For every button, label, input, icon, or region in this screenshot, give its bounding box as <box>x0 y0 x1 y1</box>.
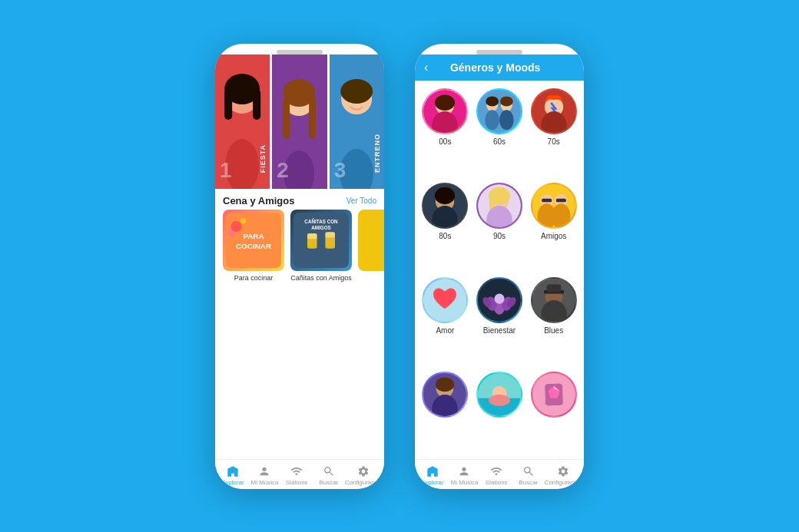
nav-config-1[interactable]: Configuración <box>345 464 383 486</box>
nav-stations-1[interactable]: Stations <box>280 464 313 486</box>
svg-rect-10 <box>283 97 290 139</box>
hero-card-1[interactable]: 1 FIESTA <box>215 55 270 189</box>
genre-item-bienestar[interactable]: Bienestar <box>476 277 524 365</box>
svg-point-40 <box>500 96 513 106</box>
genre-item-60s[interactable]: 60s <box>476 88 524 177</box>
svg-rect-25 <box>307 233 317 239</box>
playlist-name-canitas: Cañitas con Amigos <box>290 274 352 282</box>
config-label-2: Configuración <box>545 479 582 486</box>
genre-avatar-60s <box>476 88 522 134</box>
playlist-card-partial[interactable]: Ca <box>358 210 384 282</box>
svg-point-32 <box>435 94 455 111</box>
genre-avatar-amigos <box>531 183 577 229</box>
genre-item-blues[interactable]: Blues <box>529 277 578 365</box>
nav-explorar-2[interactable]: Explorar <box>416 464 449 486</box>
genre-label-00s: 00s <box>439 137 451 146</box>
svg-text:PARA: PARA <box>243 232 264 240</box>
genre-item-70s[interactable]: 70s <box>529 88 578 177</box>
svg-point-36 <box>485 110 499 130</box>
genres-header: ‹ Géneros y Moods <box>415 55 584 81</box>
svg-text:CAÑITAS CON: CAÑITAS CON <box>304 218 338 224</box>
svg-rect-5 <box>253 89 260 120</box>
explorar-icon-1 <box>226 464 240 478</box>
svg-point-39 <box>486 96 499 106</box>
genre-avatar-more1 <box>422 372 468 418</box>
nav-mimusica-2[interactable]: Mi Música <box>449 464 481 486</box>
svg-point-38 <box>499 110 514 130</box>
cena-section-title: Cena y Amigos <box>223 195 294 207</box>
genres-title: Géneros y Moods <box>434 61 556 74</box>
buscar-icon-2 <box>522 464 535 478</box>
config-icon-2 <box>556 464 570 478</box>
playlist-card-cocinar[interactable]: PARA COCINAR Para cocinar <box>223 210 284 282</box>
genre-item-80s[interactable]: 80s <box>421 183 469 271</box>
ver-todo-link[interactable]: Ver Todo <box>346 197 376 205</box>
genre-item-00s[interactable]: 00s <box>421 88 469 177</box>
phone-2: ‹ Géneros y Moods 00s <box>415 44 584 489</box>
mimusica-icon-1 <box>257 464 271 478</box>
genre-label-blues: Blues <box>544 326 563 335</box>
playlist-thumb-partial <box>358 210 384 271</box>
svg-point-75 <box>436 377 454 392</box>
genre-avatar-00s <box>422 88 468 134</box>
genre-item-amor[interactable]: Amor <box>421 277 469 365</box>
nav-explorar-1[interactable]: Explorar <box>217 464 249 486</box>
stations-icon-2 <box>489 464 503 478</box>
hero-card-2-number: 2 <box>277 160 289 181</box>
mimusica-label-2: Mi Música <box>450 479 478 486</box>
buscar-icon-1 <box>322 464 336 478</box>
genre-item-amigos[interactable]: Amigos <box>529 183 578 271</box>
mimusica-label-1: Mi Música <box>250 479 278 486</box>
cena-section-header: Cena y Amigos Ver Todo <box>215 189 384 210</box>
svg-point-15 <box>340 79 373 104</box>
nav-stations-2[interactable]: Stations <box>480 464 512 486</box>
phone2-content: ‹ Géneros y Moods 00s <box>415 55 584 489</box>
genres-grid: 00s 60s <box>415 81 584 459</box>
svg-rect-71 <box>546 284 561 292</box>
genre-label-80s: 80s <box>439 232 451 240</box>
svg-rect-26 <box>325 232 335 237</box>
genre-avatar-blues <box>531 277 577 323</box>
svg-point-46 <box>435 187 455 203</box>
genre-label-bienestar: Bienestar <box>483 326 516 335</box>
svg-text:AMIGOS: AMIGOS <box>311 224 331 230</box>
genre-avatar-more3 <box>531 372 577 418</box>
svg-text:COCINAR: COCINAR <box>236 241 271 249</box>
genre-label-amor: Amor <box>436 326 454 335</box>
hero-card-3-number: 3 <box>334 160 346 181</box>
svg-point-80 <box>489 395 510 406</box>
mimusica-icon-2 <box>457 464 471 478</box>
stations-label-1: Stations <box>286 479 308 486</box>
hero-card-3[interactable]: 3 ENTRENO <box>330 55 384 189</box>
nav-buscar-2[interactable]: Buscar <box>512 464 545 486</box>
svg-point-59 <box>552 203 570 229</box>
playlist-row: PARA COCINAR Para cocinar CAÑ <box>215 210 384 288</box>
playlist-card-canitas[interactable]: CAÑITAS CON AMIGOS Cañitas con Amigos <box>290 210 352 282</box>
hero-card-3-label: ENTRENO <box>373 134 381 173</box>
svg-rect-29 <box>361 213 384 268</box>
back-button[interactable]: ‹ <box>424 61 428 74</box>
genre-label-70s: 70s <box>548 137 560 146</box>
svg-rect-57 <box>555 198 565 202</box>
config-label-1: Configuración <box>345 479 383 486</box>
phone-1: 1 FIESTA 2 <box>215 44 384 489</box>
genre-avatar-bienestar <box>476 277 522 323</box>
bottom-nav-2: Explorar Mi Música Stations <box>415 459 584 489</box>
playlist-name-partial: Ca <box>358 274 384 282</box>
hero-card-2[interactable]: 2 <box>272 55 327 189</box>
genre-item-more2[interactable] <box>476 372 524 451</box>
genre-label-90s: 90s <box>493 232 506 240</box>
genre-item-more1[interactable] <box>421 372 469 451</box>
nav-mimusica-1[interactable]: Mi Música <box>249 464 281 486</box>
svg-point-18 <box>228 230 235 236</box>
stations-icon-1 <box>290 464 303 478</box>
hero-section: 1 FIESTA 2 <box>215 55 384 189</box>
genre-avatar-90s <box>476 183 522 229</box>
genre-item-more3[interactable] <box>529 372 578 451</box>
config-icon-1 <box>356 464 370 478</box>
buscar-label-2: Buscar <box>519 479 538 486</box>
playlist-thumb-cocinar: PARA COCINAR <box>223 210 284 271</box>
nav-buscar-1[interactable]: Buscar <box>313 464 345 486</box>
nav-config-2[interactable]: Configuración <box>545 464 582 486</box>
genre-item-90s[interactable]: 90s <box>476 183 524 271</box>
